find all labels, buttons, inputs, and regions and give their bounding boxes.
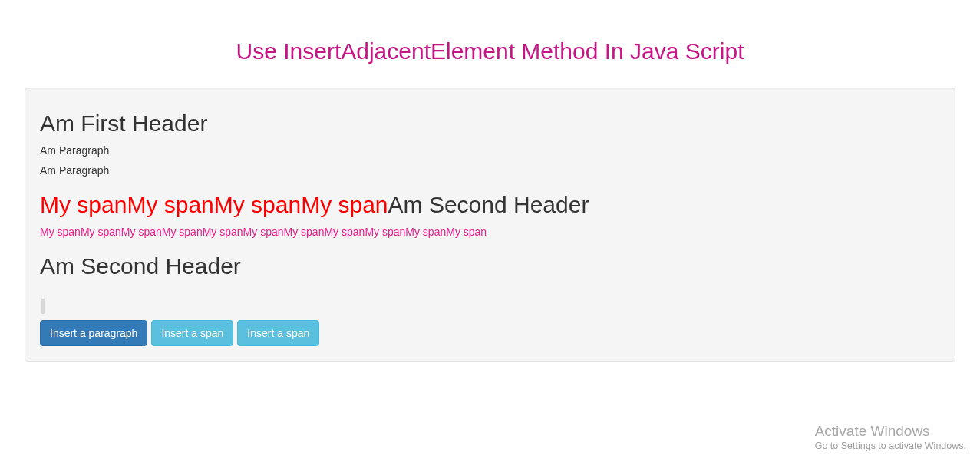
inserted-span: My span [40, 192, 127, 217]
inserted-span: My span [214, 192, 301, 217]
content-well: Am First Header Am Paragraph Am Paragrap… [25, 88, 955, 362]
inserted-span: My span [324, 226, 365, 238]
inserted-span: My span [40, 226, 81, 238]
insert-span-button-1[interactable]: Insert a span [151, 320, 233, 346]
inserted-span: My span [203, 226, 243, 238]
inserted-span: My span [81, 226, 121, 238]
first-header: Am First Header [40, 111, 940, 137]
second-header-line: My spanMy spanMy spanMy spanAm Second He… [40, 192, 940, 218]
second-header-text: Am Second Header [388, 192, 589, 217]
pink-span-line: My spanMy spanMy spanMy spanMy spanMy sp… [40, 226, 940, 238]
paragraph-1: Am Paragraph [40, 144, 940, 157]
inserted-span: My span [365, 226, 405, 238]
inserted-span: My span [162, 226, 203, 238]
page-title: Use InsertAdjacentElement Method In Java… [23, 38, 957, 64]
paragraph-2: Am Paragraph [40, 164, 940, 177]
cursor-bar [41, 299, 45, 314]
third-header: Am Second Header [40, 253, 940, 279]
button-row: Insert a paragraph Insert a span Insert … [40, 320, 940, 346]
insert-paragraph-button[interactable]: Insert a paragraph [40, 320, 147, 346]
watermark-title: Activate Windows [815, 423, 966, 440]
windows-activation-watermark: Activate Windows Go to Settings to activ… [815, 423, 966, 451]
inserted-span: My span [127, 192, 213, 217]
inserted-span: My span [301, 192, 388, 217]
watermark-subtitle: Go to Settings to activate Windows. [815, 441, 966, 451]
inserted-span: My span [405, 226, 446, 238]
inserted-span: My span [243, 226, 284, 238]
inserted-span: My span [446, 226, 487, 238]
insert-span-button-2[interactable]: Insert a span [237, 320, 319, 346]
inserted-span: My span [284, 226, 325, 238]
inserted-span: My span [121, 226, 162, 238]
